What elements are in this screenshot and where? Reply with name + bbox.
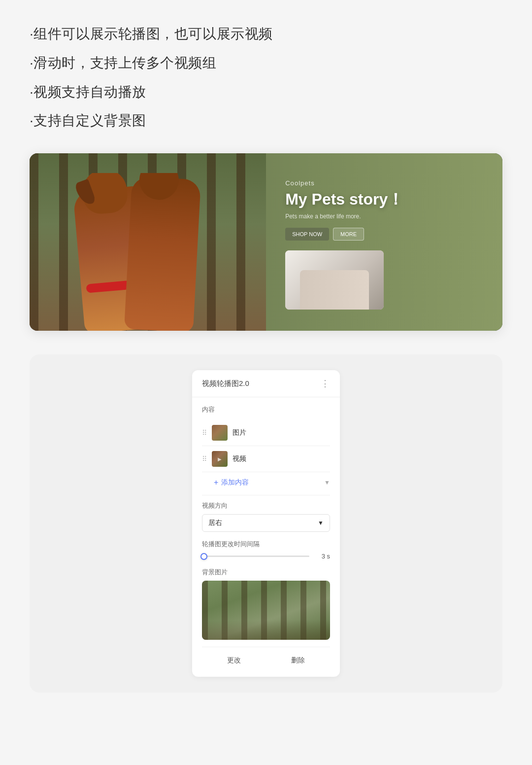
bg-image-thumbnail xyxy=(202,581,330,640)
more-button[interactable]: MORE xyxy=(333,228,364,241)
chevron-down-icon: ▼ xyxy=(324,479,330,486)
image-thumb-preview xyxy=(212,425,228,441)
add-content-row[interactable]: + 添加内容 ▼ xyxy=(202,472,330,489)
banner-buttons: SHOP NOW MORE xyxy=(285,228,493,241)
shop-now-button[interactable]: SHOP NOW xyxy=(285,228,329,241)
inner-preview-content xyxy=(285,250,384,310)
feature-line-2: ·滑动时，支持上传多个视频组 xyxy=(30,49,502,78)
video-thumb-preview xyxy=(212,451,228,467)
banner-title: My Pets story！ xyxy=(285,190,493,209)
delete-button[interactable]: 删除 xyxy=(281,654,315,667)
video-direction-label: 视频方向 xyxy=(202,501,330,510)
list-item[interactable]: ⠿ 视频 xyxy=(202,446,330,472)
add-content-label[interactable]: 添加内容 xyxy=(221,478,249,487)
divider-1 xyxy=(202,495,330,495)
bg-image-label: 背景图片 xyxy=(202,568,330,577)
video-direction-value: 居右 xyxy=(208,519,222,527)
dogs-area xyxy=(49,173,217,331)
preview-banner: Coolpets My Pets story！ Pets make a bett… xyxy=(30,153,502,331)
feature-line-1: ·组件可以展示轮播图，也可以展示视频 xyxy=(30,20,502,49)
inner-video-preview xyxy=(285,250,384,310)
feature-list: ·组件可以展示轮播图，也可以展示视频 ·滑动时，支持上传多个视频组 ·视频支持自… xyxy=(30,20,502,136)
settings-container: 视频轮播图2.0 ⋮ 内容 ⠿ 图片 ⠿ 视频 xyxy=(30,354,502,693)
image-thumbnail xyxy=(212,425,228,441)
settings-panel: 视频轮播图2.0 ⋮ 内容 ⠿ 图片 ⠿ 视频 xyxy=(192,370,340,677)
slider-row: 3 s xyxy=(202,553,330,560)
drag-handle-video[interactable]: ⠿ xyxy=(202,455,207,463)
video-direction-select[interactable]: 居右 ▼ xyxy=(202,514,330,532)
select-arrow-icon: ▼ xyxy=(318,520,324,526)
change-button[interactable]: 更改 xyxy=(217,654,251,667)
video-thumbnail xyxy=(212,451,228,467)
add-icon: + xyxy=(214,478,218,487)
slider-track[interactable] xyxy=(202,556,309,557)
drag-handle-image[interactable]: ⠿ xyxy=(202,429,207,437)
banner-brand: Coolpets xyxy=(285,179,493,187)
panel-menu-icon[interactable]: ⋮ xyxy=(321,378,330,389)
people-thumbnail xyxy=(300,270,369,310)
panel-body: 内容 ⠿ 图片 ⠿ 视频 + 添加内容 ▼ xyxy=(192,397,340,677)
video-item-label: 视频 xyxy=(233,454,246,463)
panel-actions: 更改 删除 xyxy=(202,647,330,669)
panel-header: 视频轮播图2.0 ⋮ xyxy=(192,370,340,397)
bg-image-section: 背景图片 xyxy=(202,568,330,640)
feature-line-3: ·视频支持自动播放 xyxy=(30,78,502,107)
slider-label: 轮播图更改时间间隔 xyxy=(202,540,330,549)
feature-line-4: ·支持自定义背景图 xyxy=(30,106,502,136)
list-item[interactable]: ⠿ 图片 xyxy=(202,420,330,446)
panel-title: 视频轮播图2.0 xyxy=(202,379,249,388)
banner-content: Coolpets My Pets story！ Pets make a bett… xyxy=(275,153,502,331)
dog-2-shape xyxy=(124,176,201,331)
image-item-label: 图片 xyxy=(233,428,246,437)
slider-value: 3 s xyxy=(315,553,330,560)
slider-thumb[interactable] xyxy=(200,553,207,560)
banner-subtitle: Pets make a better life more. xyxy=(285,213,493,220)
content-section-label: 内容 xyxy=(202,405,330,414)
